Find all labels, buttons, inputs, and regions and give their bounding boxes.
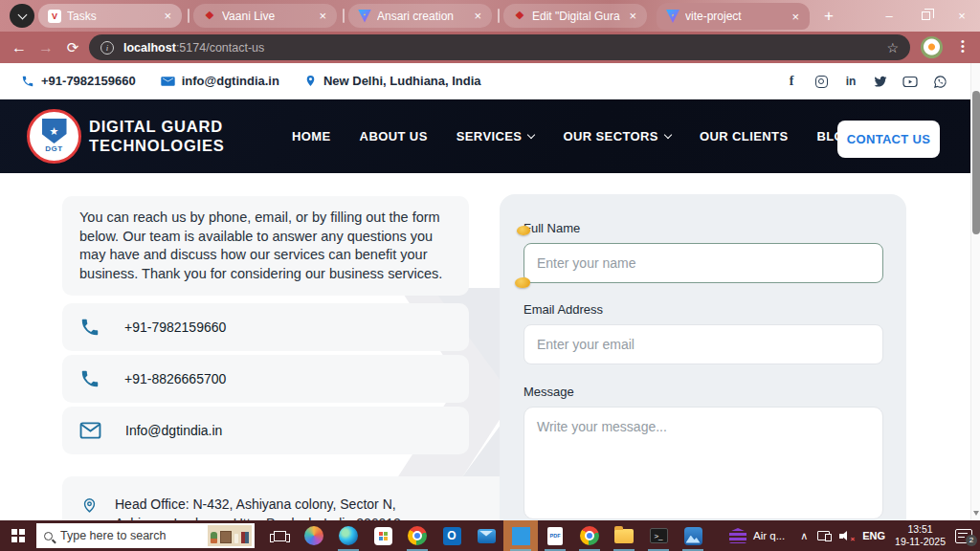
outlook-button[interactable] [434,520,469,551]
brand-line1: DIGITAL GUARD [89,117,225,136]
taskbar-search-box[interactable]: Type here to search [36,523,255,548]
mail-icon [161,76,175,87]
start-button[interactable] [0,520,36,551]
topbar-phone-link[interactable]: +91-7982159660 [21,74,136,88]
contact-value: Info@dgtindia.in [125,423,222,438]
facebook-icon[interactable] [784,74,799,89]
tab-close-icon[interactable]: × [626,10,639,22]
tab-title: Ansari creation [377,10,465,23]
twitter-icon[interactable] [873,74,888,89]
name-label: Full Name [523,221,882,235]
site-info-icon[interactable]: i [100,41,114,55]
instagram-icon[interactable] [813,74,829,89]
edge-button[interactable] [331,520,366,551]
bookmark-star-icon[interactable]: ☆ [886,40,899,55]
topbar-phone-text: +91-7982159660 [41,74,136,88]
url-text: localhost:5174/contact-us [123,41,264,55]
display-icon[interactable] [817,531,830,540]
minimize-button[interactable]: – [871,0,907,32]
search-icon [44,532,53,540]
whatsapp-icon[interactable] [932,74,947,89]
name-input[interactable] [523,243,883,283]
outlook-new-button[interactable] [469,520,503,551]
edit-favicon [513,10,526,23]
tab-close-icon[interactable]: × [161,10,174,22]
tab-tasks[interactable]: Tasks × [38,4,182,28]
topbar-email-link[interactable]: info@dgtindia.in [161,74,279,88]
forward-button[interactable]: → [33,39,59,56]
photos-button[interactable] [676,520,710,551]
close-button[interactable]: × [944,0,980,32]
air-quality-icon [729,528,746,543]
nav-item-home[interactable]: HOME [292,129,331,143]
topbar-location[interactable]: New Delhi, Ludhiana, India [304,74,481,88]
taskbar-clock[interactable]: 13:51 19-11-2025 [895,523,946,548]
search-decoration-image[interactable] [208,525,252,546]
notification-badge: 2 [966,535,977,546]
notification-center-button[interactable]: 2 [955,529,972,543]
location-pin-icon [304,74,317,88]
tab-vite-project[interactable]: vite-project × [657,3,810,30]
topbar-location-text: New Delhi, Ludhiana, India [323,74,481,88]
contact-phone-2[interactable]: +91-8826665700 [62,355,469,403]
tab-separator [343,9,345,23]
search-placeholder-text: Type here to search [60,529,166,542]
chrome-window-button[interactable] [572,520,607,551]
volume-muted-icon[interactable]: × [839,531,853,541]
tab-search-button[interactable] [10,4,34,28]
weather-widget[interactable]: Air q... [725,520,789,551]
tab-vaani-live[interactable]: Vaani Live × [193,4,337,28]
contact-form: Full Name Email Address Message [500,194,906,520]
tray-expand-icon[interactable]: ∧ [800,530,808,542]
url-host: localhost [123,41,176,55]
language-indicator[interactable]: ENG [862,530,885,541]
tab-close-icon[interactable]: × [316,10,329,22]
tab-close-icon[interactable]: × [789,11,802,23]
nav-label: HOME [292,129,331,143]
vscode-button[interactable] [503,520,538,551]
contact-phone-1[interactable]: +91-7982159660 [62,303,469,351]
nav-item-services[interactable]: SERVICES [457,129,535,143]
email-input[interactable] [523,324,883,364]
taskbar-icons: Air q... [262,520,789,551]
nav-item-our-clients[interactable]: OUR CLIENTS [700,129,789,143]
contact-us-button[interactable]: CONTACT US [837,121,940,158]
scrollbar-down-arrow[interactable] [973,511,979,516]
nav-item-about-us[interactable]: ABOUT US [360,129,428,143]
folder-icon [614,529,634,543]
task-view-button[interactable] [262,520,297,551]
copilot-icon [304,526,323,545]
microsoft-store-button[interactable] [366,520,400,551]
chrome-button[interactable] [400,520,434,551]
terminal-button[interactable] [641,520,676,551]
vaani-favicon [203,10,216,23]
instagram-glyph [815,76,828,88]
vscode-icon [512,527,530,545]
restore-button[interactable] [907,0,944,32]
tab-ansari-creation[interactable]: Ansari creation × [348,4,492,28]
reload-button[interactable]: ⟳ [59,39,86,56]
youtube-icon[interactable] [902,74,918,89]
new-tab-button[interactable]: + [817,5,840,28]
location-pin-icon [81,496,98,516]
windows-taskbar: Type here to search Air [0,520,980,551]
phone-icon [79,368,100,389]
books-icon [241,532,249,543]
contact-email[interactable]: Info@dgtindia.in [62,407,469,454]
copilot-button[interactable] [297,520,331,551]
site-top-bar: +91-7982159660 info@dgtindia.in New Delh… [0,63,970,99]
tab-edit-digital-guard[interactable]: Edit "Digital Gurad Techn × [503,4,647,28]
profile-avatar[interactable] [921,36,943,58]
linkedin-icon[interactable] [843,74,858,89]
address-bar[interactable]: i localhost:5174/contact-us ☆ [89,34,910,60]
file-explorer-button[interactable] [607,520,641,551]
brand-logo[interactable]: ★ DGT [27,109,81,164]
page-scrollbar[interactable] [970,63,980,520]
scrollbar-thumb[interactable] [972,91,980,234]
nav-item-our-sectors[interactable]: OUR SECTORS [563,129,671,143]
pdf-app-button[interactable] [538,520,572,551]
back-button[interactable]: ← [6,39,33,56]
browser-menu-icon[interactable]: ••• [955,39,970,54]
tab-close-icon[interactable]: × [471,10,484,22]
message-textarea[interactable] [523,407,883,519]
